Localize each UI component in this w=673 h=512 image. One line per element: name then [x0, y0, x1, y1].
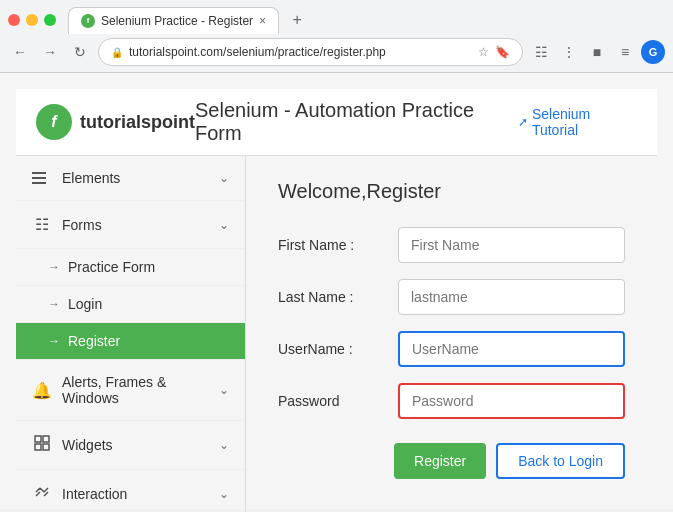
firstname-input[interactable]	[398, 227, 625, 263]
forms-icon: ☷	[32, 215, 52, 234]
sidebar-item-alerts[interactable]: 🔔 Alerts, Frames & Windows ⌄	[16, 360, 245, 421]
sidebar-item-elements[interactable]: Elements ⌄	[16, 156, 245, 201]
selenium-link-text: Selenium Tutorial	[532, 106, 637, 138]
star-icon[interactable]: ☆	[478, 45, 489, 59]
sidebar: Elements ⌄ ☷ Forms ⌄ → Practice Form	[16, 156, 246, 512]
login-arrow-icon: →	[48, 297, 60, 311]
sub-item-register[interactable]: → Register	[16, 323, 245, 360]
alerts-icon: 🔔	[32, 381, 52, 400]
elements-icon	[32, 172, 52, 184]
address-text: tutorialspoint.com/selenium/practice/reg…	[129, 45, 472, 59]
svg-rect-2	[35, 444, 41, 450]
register-arrow-icon: →	[48, 334, 60, 348]
tab-favicon: f	[81, 14, 95, 28]
interaction-icon	[32, 484, 52, 504]
firstname-label: First Name :	[278, 237, 398, 253]
site-header: f tutorialspoint Selenium - Automation P…	[16, 89, 657, 156]
sidebar-item-elements-left: Elements	[32, 170, 120, 186]
logo-icon: f	[36, 104, 72, 140]
sidebar-item-widgets[interactable]: Widgets ⌄	[16, 421, 245, 470]
active-tab[interactable]: f Selenium Practice - Register ×	[68, 7, 279, 34]
traffic-lights	[8, 14, 56, 26]
buttons-row: Register Back to Login	[278, 443, 625, 479]
sidebar-toggle-icon[interactable]: ■	[585, 40, 609, 64]
bookmark-icon[interactable]: 🔖	[495, 45, 510, 59]
sidebar-alerts-label: Alerts, Frames & Windows	[62, 374, 219, 406]
lastname-input[interactable]	[398, 279, 625, 315]
page-content: f tutorialspoint Selenium - Automation P…	[0, 73, 673, 509]
sub-item-login[interactable]: → Login	[16, 286, 245, 323]
alerts-chevron-icon: ⌄	[219, 383, 229, 397]
password-input[interactable]	[398, 383, 625, 419]
sidebar-item-forms-left: ☷ Forms	[32, 215, 102, 234]
traffic-light-red[interactable]	[8, 14, 20, 26]
forward-button[interactable]: →	[38, 40, 62, 64]
selenium-tutorial-link[interactable]: ➚ Selenium Tutorial	[518, 106, 637, 138]
forms-chevron-icon: ⌄	[219, 218, 229, 232]
username-row: UserName :	[278, 331, 625, 367]
browser-chrome: f Selenium Practice - Register × + ← → ↻…	[0, 0, 673, 73]
sidebar-elements-label: Elements	[62, 170, 120, 186]
reload-button[interactable]: ↻	[68, 40, 92, 64]
svg-rect-1	[43, 436, 49, 442]
sidebar-item-interaction-left: Interaction	[32, 484, 127, 504]
traffic-light-green[interactable]	[44, 14, 56, 26]
username-label: UserName :	[278, 341, 398, 357]
lastname-row: Last Name :	[278, 279, 625, 315]
sidebar-forms-label: Forms	[62, 217, 102, 233]
logo-bold: point	[151, 112, 195, 132]
elements-chevron-icon: ⌄	[219, 171, 229, 185]
body-area: Elements ⌄ ☷ Forms ⌄ → Practice Form	[16, 156, 657, 512]
widgets-icon	[32, 435, 52, 455]
svg-rect-0	[35, 436, 41, 442]
sub-item-register-label: Register	[68, 333, 120, 349]
external-link-icon: ➚	[518, 115, 528, 129]
full-page: f tutorialspoint Selenium - Automation P…	[16, 89, 657, 512]
sidebar-item-interaction[interactable]: Interaction ⌄	[16, 470, 245, 512]
password-row: Password	[278, 383, 625, 419]
sub-item-practice-form[interactable]: → Practice Form	[16, 249, 245, 286]
sidebar-item-forms[interactable]: ☷ Forms ⌄	[16, 201, 245, 249]
content-area: Welcome,Register First Name : Last Name …	[246, 156, 657, 512]
more-icon[interactable]: ≡	[613, 40, 637, 64]
sub-item-practice-form-label: Practice Form	[68, 259, 155, 275]
firstname-row: First Name :	[278, 227, 625, 263]
traffic-light-yellow[interactable]	[26, 14, 38, 26]
tab-close-button[interactable]: ×	[259, 14, 266, 28]
extensions-icon[interactable]: ☷	[529, 40, 553, 64]
back-button[interactable]: ←	[8, 40, 32, 64]
profile-icon[interactable]: G	[641, 40, 665, 64]
lock-icon: 🔒	[111, 47, 123, 58]
register-button[interactable]: Register	[394, 443, 486, 479]
practice-form-arrow-icon: →	[48, 260, 60, 274]
logo-text: tutorialspoint	[80, 112, 195, 133]
logo-regular: tutorials	[80, 112, 151, 132]
svg-rect-3	[43, 444, 49, 450]
address-bar-row: ← → ↻ 🔒 tutorialspoint.com/selenium/prac…	[0, 34, 673, 72]
menu-icon[interactable]: ⋮	[557, 40, 581, 64]
username-input[interactable]	[398, 331, 625, 367]
logo-area: f tutorialspoint	[36, 104, 195, 140]
back-to-login-button[interactable]: Back to Login	[496, 443, 625, 479]
welcome-title: Welcome,Register	[278, 180, 625, 203]
sidebar-item-widgets-left: Widgets	[32, 435, 113, 455]
widgets-chevron-icon: ⌄	[219, 438, 229, 452]
tab-bar: f Selenium Practice - Register × +	[0, 0, 673, 34]
tab-title: Selenium Practice - Register	[101, 14, 253, 28]
sidebar-widgets-label: Widgets	[62, 437, 113, 453]
new-tab-button[interactable]: +	[283, 6, 311, 34]
sub-item-login-label: Login	[68, 296, 102, 312]
lastname-label: Last Name :	[278, 289, 398, 305]
interaction-chevron-icon: ⌄	[219, 487, 229, 501]
page-title: Selenium - Automation Practice Form	[195, 99, 518, 145]
address-bar[interactable]: 🔒 tutorialspoint.com/selenium/practice/r…	[98, 38, 523, 66]
sidebar-item-alerts-left: 🔔 Alerts, Frames & Windows	[32, 374, 219, 406]
password-label: Password	[278, 393, 398, 409]
sidebar-interaction-label: Interaction	[62, 486, 127, 502]
browser-action-icons: ☷ ⋮ ■ ≡ G	[529, 40, 665, 64]
address-right-icons: ☆ 🔖	[478, 45, 510, 59]
